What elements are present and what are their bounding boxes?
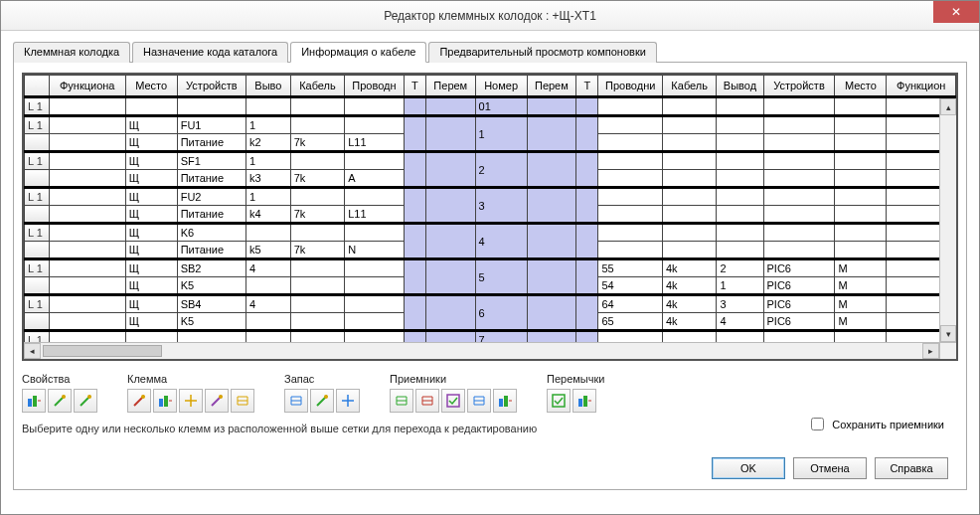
cell[interactable] xyxy=(345,277,404,295)
cell[interactable] xyxy=(246,313,291,331)
cell[interactable] xyxy=(290,277,345,295)
jumper-cell[interactable] xyxy=(527,224,576,259)
cell[interactable] xyxy=(763,188,835,206)
cell[interactable] xyxy=(717,97,763,116)
cell[interactable] xyxy=(717,242,763,259)
cell[interactable] xyxy=(345,152,404,170)
row-header[interactable]: L 1 xyxy=(25,295,50,313)
cell[interactable] xyxy=(246,277,291,295)
box-down-icon[interactable] xyxy=(415,389,439,413)
jumper-cell[interactable] xyxy=(576,259,598,295)
cell[interactable]: k2 xyxy=(246,134,291,152)
cell[interactable]: Щ xyxy=(125,206,177,224)
column-header[interactable]: Устройств xyxy=(763,76,835,97)
cell[interactable]: 1 xyxy=(246,152,291,170)
cell[interactable]: K5 xyxy=(177,277,245,295)
cell[interactable] xyxy=(835,224,887,242)
column-header[interactable]: Устройств xyxy=(177,76,245,97)
refresh-icon[interactable] xyxy=(48,389,72,413)
jumper-cell[interactable] xyxy=(576,97,598,116)
cell[interactable]: Питание xyxy=(177,170,245,188)
cell[interactable] xyxy=(662,206,717,224)
insert-down-icon[interactable] xyxy=(284,389,308,413)
cell[interactable] xyxy=(763,97,835,116)
cell[interactable]: 1 xyxy=(246,188,291,206)
cell[interactable]: N xyxy=(345,242,404,259)
cell[interactable] xyxy=(598,170,662,188)
cell[interactable]: Щ xyxy=(125,116,177,134)
cell[interactable]: SF1 xyxy=(177,152,245,170)
terminal-number[interactable]: 5 xyxy=(475,259,527,295)
box-grid-icon[interactable] xyxy=(467,389,491,413)
cell[interactable] xyxy=(345,97,404,116)
cell[interactable] xyxy=(290,224,345,242)
cell[interactable]: 7k xyxy=(290,170,345,188)
jumper-cell[interactable] xyxy=(527,116,576,152)
jumper-a-icon[interactable] xyxy=(547,389,571,413)
jumper-cell[interactable] xyxy=(404,188,425,224)
jumper-b-icon[interactable] xyxy=(572,389,596,413)
jumper-cell[interactable] xyxy=(426,116,476,152)
cell[interactable]: 55 xyxy=(598,259,662,277)
vertical-scrollbar[interactable]: ▴ ▾ xyxy=(939,98,956,342)
cell[interactable] xyxy=(290,313,345,331)
box-right-icon[interactable] xyxy=(493,389,517,413)
cell[interactable] xyxy=(290,188,345,206)
cell[interactable] xyxy=(345,116,404,134)
cell[interactable]: SB4 xyxy=(177,295,245,313)
jumper-cell[interactable] xyxy=(426,295,476,331)
cell[interactable]: 54 xyxy=(598,277,662,295)
scroll-up-icon[interactable]: ▴ xyxy=(940,98,956,115)
jumper-cell[interactable] xyxy=(576,116,598,152)
cancel-button[interactable]: Отмена xyxy=(793,457,867,479)
diagram-split-icon[interactable] xyxy=(179,389,203,413)
cell[interactable]: 7k xyxy=(290,206,345,224)
cell[interactable]: Щ xyxy=(125,259,177,277)
jumper-cell[interactable] xyxy=(527,295,576,331)
cell[interactable] xyxy=(49,170,125,188)
column-header[interactable]: Перем xyxy=(527,76,576,97)
scroll-right-icon[interactable]: ▸ xyxy=(922,343,939,359)
cell[interactable] xyxy=(717,170,763,188)
row-header[interactable]: L 1 xyxy=(25,97,50,116)
cell[interactable] xyxy=(763,242,835,259)
cell[interactable]: SB2 xyxy=(177,259,245,277)
cell[interactable] xyxy=(49,224,125,242)
cell[interactable] xyxy=(763,170,835,188)
cell[interactable] xyxy=(290,295,345,313)
terminal-number[interactable]: 4 xyxy=(475,224,527,259)
cell[interactable]: 4 xyxy=(717,313,763,331)
cell[interactable] xyxy=(49,259,125,277)
jumper-cell[interactable] xyxy=(426,97,476,116)
cell[interactable]: Щ xyxy=(125,295,177,313)
cell[interactable]: FU2 xyxy=(177,188,245,206)
row-header[interactable] xyxy=(25,206,50,224)
tab-layout-preview[interactable]: Предварительный просмотр компоновки xyxy=(428,42,656,63)
jumper-cell[interactable] xyxy=(404,295,425,331)
cell[interactable] xyxy=(49,188,125,206)
column-header[interactable]: Кабель xyxy=(662,76,717,97)
cell[interactable]: A xyxy=(345,170,404,188)
cell[interactable]: 4k xyxy=(662,259,717,277)
box-left-icon[interactable] xyxy=(441,389,465,413)
column-header[interactable]: Проводн xyxy=(345,76,404,97)
cell[interactable] xyxy=(717,152,763,170)
cell[interactable] xyxy=(835,116,887,134)
jumper-cell[interactable] xyxy=(426,259,476,295)
terminal-number[interactable]: 6 xyxy=(475,295,527,331)
cell[interactable] xyxy=(598,188,662,206)
cell[interactable]: M xyxy=(835,277,887,295)
jumper-cell[interactable] xyxy=(404,224,425,259)
column-header[interactable]: Проводни xyxy=(598,76,662,97)
cell[interactable]: Щ xyxy=(125,224,177,242)
column-header[interactable]: Номер xyxy=(475,76,527,97)
cell[interactable]: 3 xyxy=(717,295,763,313)
cell[interactable]: Щ xyxy=(125,152,177,170)
column-header[interactable]: Функциона xyxy=(49,76,125,97)
row-header[interactable]: L 1 xyxy=(25,224,50,242)
grid[interactable]: ФункционаМестоУстройствВывоКабельПроводн… xyxy=(22,73,958,361)
cell[interactable]: 1 xyxy=(246,116,291,134)
cell[interactable]: PIC6 xyxy=(763,277,835,295)
cell[interactable] xyxy=(290,259,345,277)
cell[interactable] xyxy=(49,97,125,116)
